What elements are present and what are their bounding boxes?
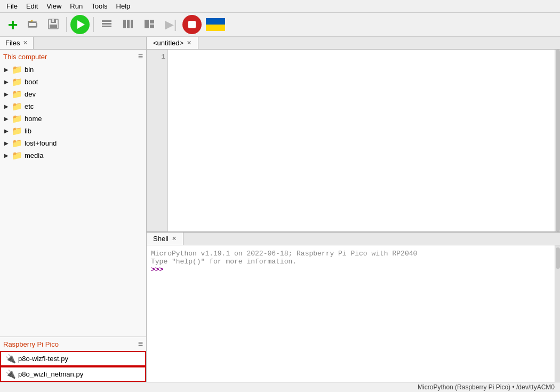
- svg-rect-9: [50, 25, 57, 28]
- tree-folder-boot[interactable]: ▶📁boot: [0, 76, 146, 88]
- stop-icon: [188, 21, 196, 28]
- editor-scrollbar[interactable]: [555, 50, 560, 231]
- editor-tab-close[interactable]: ✕: [187, 39, 191, 46]
- shell-tab[interactable]: Shell ✕: [147, 233, 183, 245]
- add-icon: +: [8, 16, 18, 33]
- this-computer-header: This computer ≡: [0, 50, 146, 63]
- folder-icon: 📁: [12, 138, 22, 148]
- tree-arrow-icon: ▶: [4, 79, 10, 85]
- pico-title[interactable]: Raspberry Pi Pico: [3, 340, 59, 348]
- pico-file-icon: 🔌: [5, 354, 16, 364]
- view-mode-2-button[interactable]: [118, 15, 138, 34]
- svg-rect-16: [145, 20, 149, 28]
- tree-arrow-icon: ▶: [4, 103, 10, 109]
- save-icon: [47, 18, 60, 32]
- toolbar-new-group: +: [3, 15, 63, 34]
- svg-rect-8: [52, 19, 54, 22]
- step-button[interactable]: ▶|: [161, 15, 180, 34]
- menu-edit[interactable]: Edit: [22, 1, 42, 11]
- status-text: MicroPython (Raspberry Pi Pico) • /dev/t…: [418, 383, 555, 391]
- folder-icon: 📁: [12, 150, 22, 161]
- main-layout: Files ✕ This computer ≡ ▶📁bin▶📁boot▶📁dev…: [0, 37, 560, 382]
- folder-label: etc: [25, 102, 34, 110]
- tree-folder-media[interactable]: ▶📁media: [0, 149, 146, 162]
- status-bar: MicroPython (Raspberry Pi Pico) • /dev/t…: [0, 382, 560, 392]
- shell-tab-label: Shell: [153, 235, 169, 243]
- tree-folder-home[interactable]: ▶📁home: [0, 113, 146, 125]
- folder-label: bin: [25, 66, 34, 74]
- this-computer-title[interactable]: This computer: [3, 53, 47, 61]
- run-button[interactable]: [70, 15, 90, 34]
- new-file-button[interactable]: +: [3, 15, 22, 34]
- svg-rect-10: [102, 20, 111, 22]
- pico-header: Raspberry Pi Pico ≡: [0, 337, 146, 351]
- svg-rect-12: [102, 26, 111, 27]
- svg-rect-17: [150, 20, 154, 23]
- toolbar: + ▶|: [0, 13, 560, 37]
- files-tab-bar: Files ✕: [0, 37, 146, 50]
- tree-arrow-icon: ▶: [4, 116, 10, 122]
- shell-scrollbar[interactable]: [555, 245, 560, 382]
- editor-area: <untitled> ✕ 1: [147, 37, 560, 233]
- svg-rect-15: [131, 20, 133, 28]
- view-cols-icon: [122, 18, 134, 31]
- menu-view[interactable]: View: [42, 1, 66, 11]
- menu-file[interactable]: File: [2, 1, 22, 11]
- tree-folder-dev[interactable]: ▶📁dev: [0, 88, 146, 100]
- pico-file-label: p8o-wizfi-test.py: [18, 355, 68, 363]
- shell-area: Shell ✕ MicroPython v1.19.1 on 2022-06-1…: [147, 233, 560, 382]
- tree-arrow-icon: ▶: [4, 67, 10, 73]
- ukraine-flag-icon: [206, 18, 225, 31]
- pico-file-label: p8o_wizfi_netman.py: [18, 370, 83, 378]
- toolbar-divider-1: [66, 17, 67, 32]
- this-computer-tree: ▶📁bin▶📁boot▶📁dev▶📁etc▶📁home▶📁lib▶📁lost+f…: [0, 63, 146, 162]
- shell-prompt: >>>: [151, 266, 550, 274]
- pico-menu-icon[interactable]: ≡: [138, 339, 143, 349]
- open-file-button[interactable]: [23, 15, 43, 34]
- menu-help[interactable]: Help: [112, 1, 135, 11]
- flag-button[interactable]: [204, 15, 227, 34]
- menu-run[interactable]: Run: [66, 1, 87, 11]
- editor-tab-label: <untitled>: [153, 39, 183, 47]
- save-file-button[interactable]: [44, 15, 63, 34]
- this-computer-section: This computer ≡ ▶📁bin▶📁boot▶📁dev▶📁etc▶📁h…: [0, 50, 146, 337]
- editor-content: 1: [147, 50, 560, 231]
- run-icon: [77, 20, 85, 29]
- folder-label: lib: [25, 127, 31, 135]
- tree-folder-etc[interactable]: ▶📁etc: [0, 100, 146, 113]
- editor-textarea[interactable]: [168, 50, 555, 231]
- files-tab-close[interactable]: ✕: [23, 39, 28, 46]
- shell-line-1: MicroPython v1.19.1 on 2022-06-18; Raspb…: [151, 250, 550, 258]
- view-mixed-icon: [143, 18, 155, 31]
- view-mode-1-button[interactable]: [97, 15, 116, 34]
- line-number-1: 1: [149, 53, 165, 61]
- files-tab[interactable]: Files ✕: [0, 37, 34, 49]
- tree-arrow-icon: ▶: [4, 128, 10, 134]
- folder-label: dev: [25, 90, 36, 98]
- menu-tools[interactable]: Tools: [87, 1, 111, 11]
- tree-folder-lost+found[interactable]: ▶📁lost+found: [0, 137, 146, 149]
- tree-arrow-icon: ▶: [4, 140, 10, 146]
- svg-rect-13: [123, 20, 126, 28]
- this-computer-menu-icon[interactable]: ≡: [138, 52, 143, 61]
- pico-file-1[interactable]: 🔌p8o_wizfi_netman.py: [0, 366, 146, 382]
- folder-label: lost+found: [25, 139, 57, 147]
- tree-folder-bin[interactable]: ▶📁bin: [0, 63, 146, 76]
- folder-icon: 📁: [12, 65, 22, 75]
- folder-label: home: [25, 115, 42, 123]
- svg-rect-11: [102, 23, 111, 25]
- folder-icon: 📁: [12, 77, 22, 87]
- svg-rect-14: [127, 20, 130, 28]
- pico-file-0[interactable]: 🔌p8o-wizfi-test.py: [0, 351, 146, 366]
- folder-icon: 📁: [12, 89, 22, 99]
- editor-tab-untitled[interactable]: <untitled> ✕: [147, 37, 198, 49]
- tree-folder-lib[interactable]: ▶📁lib: [0, 125, 146, 137]
- shell-output[interactable]: MicroPython v1.19.1 on 2022-06-18; Raspb…: [147, 245, 555, 382]
- stop-button[interactable]: [182, 15, 202, 34]
- files-tab-label: Files: [5, 39, 20, 47]
- line-numbers: 1: [147, 50, 168, 231]
- step-icon: ▶|: [165, 18, 177, 31]
- shell-tab-bar: Shell ✕: [147, 233, 560, 245]
- shell-tab-close[interactable]: ✕: [172, 235, 177, 242]
- view-mode-3-button[interactable]: [140, 15, 159, 34]
